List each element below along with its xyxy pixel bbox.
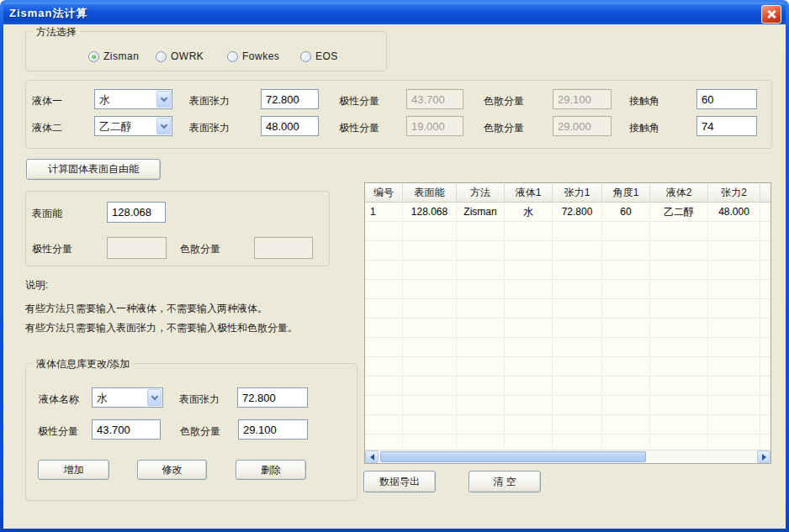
table-row[interactable] bbox=[365, 396, 770, 415]
table-cell-filler bbox=[760, 396, 770, 414]
db-liquid-combobox[interactable]: 水 bbox=[92, 387, 163, 408]
table-cell: 乙二醇 bbox=[650, 203, 708, 221]
table-row[interactable] bbox=[365, 338, 770, 357]
table-cell bbox=[650, 435, 708, 450]
table-cell bbox=[365, 299, 403, 318]
table-header-row: 编号表面能方法液体1张力1角度1液体2张力2 bbox=[365, 183, 770, 203]
table-cell bbox=[457, 241, 505, 260]
clear-button[interactable]: 清 空 bbox=[469, 471, 541, 492]
table-cell bbox=[457, 338, 505, 356]
column-header[interactable]: 张力2 bbox=[708, 183, 760, 202]
arrow-right-icon bbox=[762, 454, 766, 461]
table-row[interactable] bbox=[365, 377, 770, 396]
table-row[interactable] bbox=[365, 319, 770, 338]
scroll-track[interactable] bbox=[379, 450, 757, 463]
liquid2-angle-label: 接触角 bbox=[629, 121, 659, 135]
db-dispersion-input[interactable] bbox=[238, 419, 308, 440]
table-row[interactable] bbox=[365, 357, 770, 377]
table-row[interactable] bbox=[365, 280, 770, 299]
column-header[interactable]: 方法 bbox=[457, 183, 505, 202]
column-header[interactable]: 角度1 bbox=[602, 183, 650, 202]
table-cell-filler bbox=[760, 357, 770, 376]
radio-option[interactable]: EOS bbox=[300, 50, 338, 62]
table-cell bbox=[602, 338, 650, 356]
column-header[interactable]: 编号 bbox=[365, 183, 403, 202]
chevron-down-icon[interactable] bbox=[156, 91, 171, 108]
table-cell bbox=[365, 280, 403, 298]
modify-button[interactable]: 修改 bbox=[137, 460, 207, 480]
radio-icon bbox=[156, 51, 167, 62]
results-table[interactable]: 编号表面能方法液体1张力1角度1液体2张力2 1128.068Zisman水72… bbox=[364, 182, 771, 464]
table-row[interactable] bbox=[365, 435, 770, 450]
export-data-button[interactable]: 数据导出 bbox=[363, 471, 436, 492]
table-cell bbox=[708, 222, 760, 240]
table-cell bbox=[708, 435, 760, 450]
radio-icon bbox=[300, 51, 311, 62]
table-cell bbox=[708, 280, 760, 298]
column-header[interactable]: 液体1 bbox=[505, 183, 553, 202]
table-cell bbox=[403, 222, 457, 240]
liquid1-dispersion-input bbox=[553, 89, 612, 109]
table-cell: 128.068 bbox=[403, 203, 457, 221]
table-row[interactable] bbox=[365, 241, 770, 261]
table-row[interactable] bbox=[365, 415, 770, 435]
table-cell bbox=[650, 357, 708, 376]
radio-option[interactable]: Fowkes bbox=[227, 50, 279, 62]
table-cell bbox=[708, 261, 760, 279]
liquid1-tension-input[interactable] bbox=[261, 89, 319, 109]
result-polar-input bbox=[107, 237, 167, 259]
radio-option[interactable]: OWRK bbox=[156, 50, 204, 62]
table-cell bbox=[553, 261, 602, 279]
table-cell bbox=[650, 299, 708, 318]
table-row[interactable] bbox=[365, 299, 770, 319]
radio-option[interactable]: Zisman bbox=[88, 50, 139, 62]
calculate-surface-energy-button[interactable]: 计算固体表面自由能 bbox=[26, 159, 161, 180]
chevron-down-icon[interactable] bbox=[147, 389, 162, 406]
close-icon bbox=[766, 9, 776, 19]
table-cell bbox=[505, 261, 553, 279]
close-button[interactable] bbox=[761, 5, 781, 24]
table-cell bbox=[365, 396, 403, 414]
liquid2-angle-input[interactable] bbox=[696, 116, 757, 136]
table-cell-filler bbox=[760, 377, 770, 395]
table-cell-filler bbox=[760, 299, 770, 318]
table-cell bbox=[457, 377, 505, 395]
chevron-down-icon[interactable] bbox=[156, 118, 171, 134]
table-cell bbox=[650, 261, 708, 279]
table-cell bbox=[650, 377, 708, 395]
delete-button[interactable]: 删除 bbox=[236, 460, 306, 480]
db-polar-input[interactable] bbox=[92, 419, 161, 440]
table-cell bbox=[403, 396, 457, 414]
liquid2-tension-label: 表面张力 bbox=[189, 121, 230, 135]
title-bar[interactable]: Zisman法计算 bbox=[3, 3, 786, 24]
table-cell bbox=[650, 241, 708, 260]
table-cell bbox=[365, 415, 403, 434]
add-button[interactable]: 增加 bbox=[38, 460, 109, 480]
liquid1-polar-input bbox=[406, 89, 463, 109]
table-cell bbox=[457, 415, 505, 434]
table-cell bbox=[403, 280, 457, 298]
liquid2-tension-input[interactable] bbox=[261, 116, 319, 136]
table-row[interactable] bbox=[365, 261, 770, 280]
method-group-label: 方法选择 bbox=[33, 25, 80, 40]
table-body[interactable]: 1128.068Zisman水72.80060乙二醇48.000 bbox=[365, 203, 770, 450]
table-cell bbox=[650, 280, 708, 298]
liquid1-angle-input[interactable] bbox=[696, 89, 757, 109]
scroll-right-button[interactable] bbox=[757, 450, 770, 463]
table-cell bbox=[708, 299, 760, 318]
column-header[interactable]: 张力1 bbox=[553, 183, 602, 202]
horizontal-scrollbar[interactable] bbox=[365, 450, 770, 463]
table-row[interactable]: 1128.068Zisman水72.80060乙二醇48.000 bbox=[365, 203, 770, 222]
liquid2-combobox[interactable]: 乙二醇 bbox=[94, 116, 172, 136]
liquid2-dispersion-input bbox=[553, 116, 612, 136]
table-row[interactable] bbox=[365, 222, 770, 241]
table-cell bbox=[650, 396, 708, 414]
scroll-left-button[interactable] bbox=[365, 450, 379, 463]
db-tension-input[interactable] bbox=[237, 387, 308, 408]
table-cell: 60 bbox=[602, 203, 650, 221]
surface-energy-input[interactable] bbox=[107, 202, 166, 223]
column-header[interactable]: 表面能 bbox=[403, 183, 457, 202]
liquid1-combobox[interactable]: 水 bbox=[94, 89, 172, 109]
column-header[interactable]: 液体2 bbox=[650, 183, 708, 202]
scroll-thumb[interactable] bbox=[380, 451, 646, 462]
